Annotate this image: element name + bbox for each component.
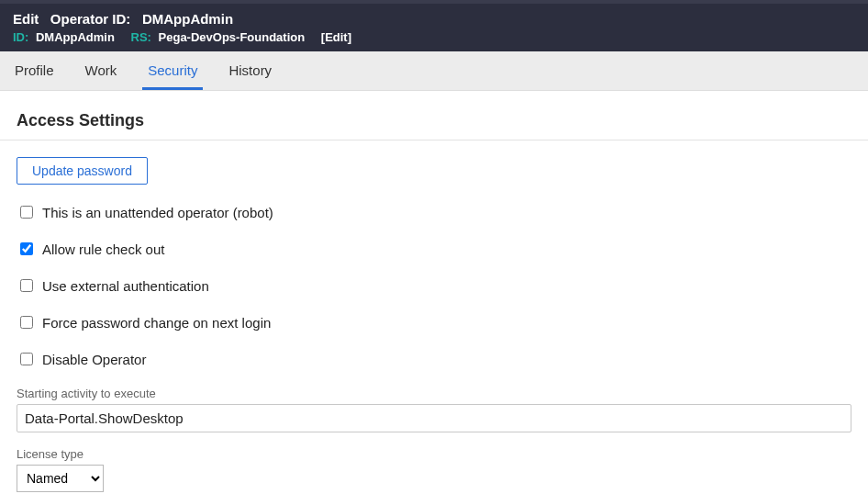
update-password-button[interactable]: Update password bbox=[17, 157, 148, 185]
checkbox-row-disable-operator[interactable]: Disable Operator bbox=[17, 350, 851, 368]
edit-link[interactable]: [Edit] bbox=[321, 30, 351, 44]
checkbox-label: Disable Operator bbox=[42, 352, 146, 367]
checkbox-force-pw-change[interactable] bbox=[20, 316, 33, 329]
checkbox-row-allow-rule-checkout[interactable]: Allow rule check out bbox=[17, 240, 851, 258]
checkbox-allow-rule-checkout[interactable] bbox=[20, 242, 33, 255]
rs-label: RS: bbox=[131, 30, 151, 44]
checkbox-row-unattended-operator[interactable]: This is an unattended operator (robot) bbox=[17, 203, 851, 221]
checkbox-disable-operator[interactable] bbox=[20, 353, 33, 365]
starting-activity-input[interactable] bbox=[17, 404, 851, 432]
starting-activity-field: Starting activity to execute bbox=[17, 387, 851, 432]
license-type-label: License type bbox=[17, 447, 851, 461]
page-title: Edit Operator ID: DMAppAdmin bbox=[13, 11, 855, 27]
checkbox-label: This is an unattended operator (robot) bbox=[42, 205, 273, 220]
rs-value: Pega-DevOps-Foundation bbox=[159, 30, 306, 44]
checkbox-label: Force password change on next login bbox=[42, 315, 271, 331]
checkbox-unattended-operator[interactable] bbox=[20, 206, 33, 219]
title-type: Operator ID: bbox=[50, 11, 131, 27]
tab-history[interactable]: History bbox=[223, 51, 277, 90]
id-value: DMAppAdmin bbox=[36, 30, 115, 44]
section-title: Access Settings bbox=[17, 111, 851, 130]
checkbox-label: Use external authentication bbox=[42, 278, 209, 294]
tab-strip: Profile Work Security History bbox=[0, 51, 868, 91]
title-name: DMAppAdmin bbox=[142, 11, 233, 27]
header-subline: ID: DMAppAdmin RS: Pega-DevOps-Foundatio… bbox=[13, 30, 855, 44]
checkbox-row-external-auth[interactable]: Use external authentication bbox=[17, 276, 851, 295]
license-type-field: License type Named bbox=[17, 447, 851, 492]
security-panel: Access Settings Update password This is … bbox=[0, 91, 868, 494]
checkbox-external-auth[interactable] bbox=[20, 279, 33, 292]
access-checkbox-list: This is an unattended operator (robot) A… bbox=[17, 203, 851, 368]
checkbox-label: Allow rule check out bbox=[42, 241, 164, 257]
tab-profile[interactable]: Profile bbox=[9, 51, 60, 90]
id-label: ID: bbox=[13, 30, 28, 44]
title-prefix: Edit bbox=[13, 11, 39, 27]
starting-activity-label: Starting activity to execute bbox=[17, 387, 851, 400]
checkbox-row-force-pw-change[interactable]: Force password change on next login bbox=[17, 313, 851, 331]
edit-header: Edit Operator ID: DMAppAdmin ID: DMAppAd… bbox=[0, 0, 868, 51]
tab-work[interactable]: Work bbox=[80, 51, 123, 90]
tab-security[interactable]: Security bbox=[142, 51, 203, 90]
section-divider bbox=[0, 140, 868, 140]
license-type-select[interactable]: Named bbox=[17, 465, 104, 492]
